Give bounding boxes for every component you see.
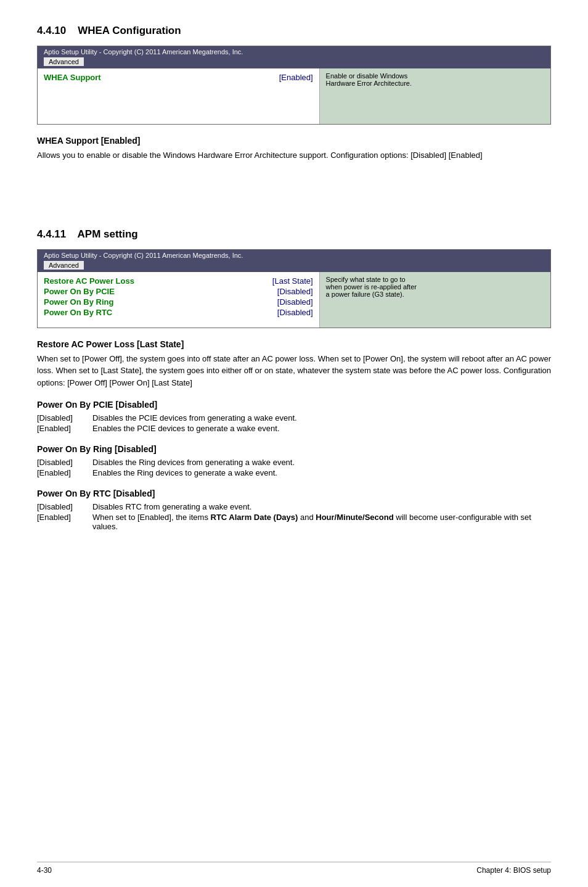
apm-pcie-title: Power On By PCIE [Disabled]: [37, 400, 551, 410]
apm-rtc-defs: [Disabled] Disables RTC from generating …: [37, 502, 551, 531]
whea-bios-left: WHEA Support [Enabled]: [38, 68, 320, 124]
apm-section-number: 4.4.11: [37, 228, 66, 240]
apm-row-restore: Restore AC Power Loss [Last State]: [44, 276, 313, 286]
rtc-bold-1: RTC Alarm Date (Days): [211, 513, 298, 522]
page-footer: 4-30 Chapter 4: BIOS setup: [37, 862, 551, 875]
whea-bios-body: WHEA Support [Enabled] Enable or disable…: [38, 68, 550, 124]
apm-value-pcie: [Disabled]: [277, 287, 313, 296]
apm-rtc-term-disabled: [Disabled]: [37, 502, 86, 511]
spacer-1: [37, 167, 551, 204]
whea-support-value: [Enabled]: [279, 73, 313, 82]
whea-subsection-body: Allows you to enable or disable the Wind…: [37, 149, 551, 162]
apm-value-restore: [Last State]: [272, 276, 313, 286]
apm-section: 4.4.11 APM setting Aptio Setup Utility -…: [37, 228, 551, 532]
footer-chapter: Chapter 4: BIOS setup: [476, 866, 551, 875]
apm-ring-term-enabled: [Enabled]: [37, 468, 86, 477]
apm-bios-box: Aptio Setup Utility - Copyright (C) 2011…: [37, 249, 551, 328]
apm-row-pcie: Power On By PCIE [Disabled]: [44, 286, 313, 297]
whea-subsection: WHEA Support [Enabled] Allows you to ena…: [37, 136, 551, 162]
apm-subsection-restore: Restore AC Power Loss [Last State] When …: [37, 339, 551, 389]
rtc-bold-2: Hour/Minute/Second: [316, 513, 393, 522]
apm-bios-body: Restore AC Power Loss [Last State] Power…: [38, 272, 550, 328]
apm-restore-title: Restore AC Power Loss [Last State]: [37, 339, 551, 349]
whea-support-row: WHEA Support [Enabled]: [44, 72, 313, 83]
apm-pcie-def-disabled: [Disabled] Disables the PCIE devices fro…: [37, 413, 551, 423]
apm-ring-title: Power On By Ring [Disabled]: [37, 444, 551, 454]
apm-ring-def-enabled: [Enabled] Enables the Ring devices to ge…: [37, 468, 551, 477]
apm-ring-desc-enabled: Enables the Ring devices to generate a w…: [92, 468, 551, 477]
whea-support-label: WHEA Support: [44, 73, 101, 82]
apm-pcie-def-enabled: [Enabled] Enables the PCIE devices to ge…: [37, 424, 551, 433]
apm-rtc-def-disabled: [Disabled] Disables RTC from generating …: [37, 502, 551, 511]
apm-section-title: 4.4.11 APM setting: [37, 228, 551, 241]
apm-rtc-desc-enabled: When set to [Enabled], the items RTC Ala…: [92, 513, 551, 531]
whea-section-heading: WHEA Configuration: [78, 25, 181, 36]
whea-section: 4.4.10 WHEA Configuration Aptio Setup Ut…: [37, 25, 551, 162]
apm-restore-body: When set to [Power Off], the system goes…: [37, 353, 551, 389]
apm-pcie-desc-disabled: Disables the PCIE devices from generatin…: [92, 413, 551, 423]
apm-rtc-term-enabled: [Enabled]: [37, 513, 86, 531]
apm-label-restore: Restore AC Power Loss: [44, 276, 134, 286]
apm-ring-term-disabled: [Disabled]: [37, 458, 86, 467]
apm-bios-tab-row: Advanced: [38, 261, 550, 272]
whea-subsection-title: WHEA Support [Enabled]: [37, 136, 551, 146]
apm-ring-desc-disabled: Disables the Ring devices from generatin…: [92, 458, 551, 467]
apm-rtc-desc-disabled: Disables RTC from generating a wake even…: [92, 502, 551, 511]
apm-ring-def-disabled: [Disabled] Disables the Ring devices fro…: [37, 458, 551, 467]
apm-pcie-term-enabled: [Enabled]: [37, 424, 86, 433]
apm-rtc-def-enabled: [Enabled] When set to [Enabled], the ite…: [37, 513, 551, 531]
whea-bios-tab-advanced[interactable]: Advanced: [44, 57, 84, 66]
whea-bios-help: Enable or disable WindowsHardware Error …: [320, 68, 550, 124]
whea-section-title: 4.4.10 WHEA Configuration: [37, 25, 551, 37]
apm-rtc-title: Power On By RTC [Disabled]: [37, 489, 551, 498]
whea-bios-box: Aptio Setup Utility - Copyright (C) 2011…: [37, 46, 551, 125]
footer-page-number: 4-30: [37, 866, 52, 875]
whea-bios-tab-row: Advanced: [38, 57, 550, 68]
whea-section-number: 4.4.10: [37, 25, 66, 36]
apm-bios-help: Specify what state to go towhen power is…: [320, 272, 550, 328]
apm-section-heading: APM setting: [78, 228, 138, 240]
apm-pcie-term-disabled: [Disabled]: [37, 413, 86, 423]
apm-label-ring: Power On By Ring: [44, 297, 113, 307]
apm-row-rtc: Power On By RTC [Disabled]: [44, 307, 313, 318]
apm-ring-defs: [Disabled] Disables the Ring devices fro…: [37, 458, 551, 477]
apm-label-pcie: Power On By PCIE: [44, 287, 115, 296]
apm-subsection-ring: Power On By Ring [Disabled] [Disabled] D…: [37, 444, 551, 477]
apm-pcie-desc-enabled: Enables the PCIE devices to generate a w…: [92, 424, 551, 433]
apm-value-ring: [Disabled]: [277, 297, 313, 307]
apm-pcie-defs: [Disabled] Disables the PCIE devices fro…: [37, 413, 551, 433]
apm-value-rtc: [Disabled]: [277, 308, 313, 317]
apm-label-rtc: Power On By RTC: [44, 308, 112, 317]
apm-bios-left: Restore AC Power Loss [Last State] Power…: [38, 272, 320, 328]
apm-row-ring: Power On By Ring [Disabled]: [44, 297, 313, 307]
whea-bios-header: Aptio Setup Utility - Copyright (C) 2011…: [38, 46, 550, 57]
apm-subsection-pcie: Power On By PCIE [Disabled] [Disabled] D…: [37, 400, 551, 433]
apm-subsection-rtc: Power On By RTC [Disabled] [Disabled] Di…: [37, 489, 551, 531]
apm-bios-header: Aptio Setup Utility - Copyright (C) 2011…: [38, 250, 550, 261]
apm-bios-tab-advanced[interactable]: Advanced: [44, 261, 84, 270]
